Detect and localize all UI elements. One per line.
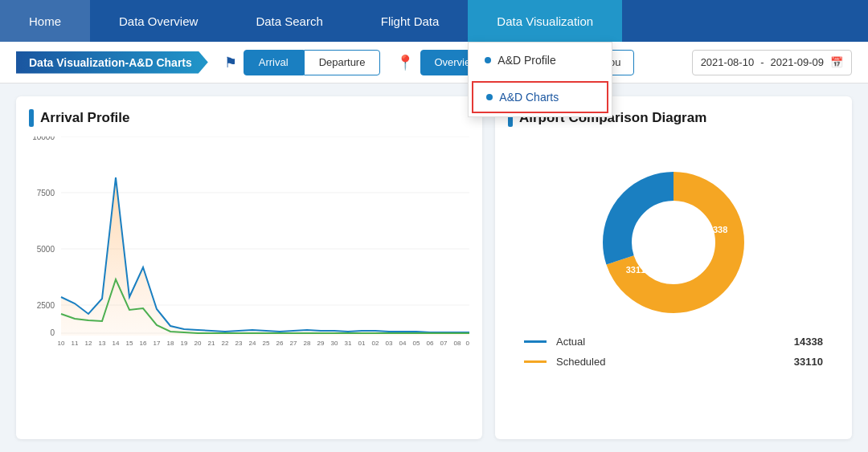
svg-text:29: 29 [317, 340, 325, 347]
svg-text:10000: 10000 [32, 136, 55, 141]
legend-actual-line [524, 340, 547, 343]
svg-text:5000: 5000 [37, 245, 55, 254]
svg-text:19: 19 [181, 340, 188, 347]
svg-text:11: 11 [72, 340, 79, 347]
svg-text:12: 12 [85, 340, 92, 347]
svg-text:21: 21 [208, 340, 215, 347]
donut-area: 14338 33110 Actual 14338 Scheduled 33110 [508, 136, 839, 393]
sub-header: Data Visualization-A&D Charts ⚑ Arrival … [0, 42, 868, 83]
legend-scheduled: Scheduled 33110 [524, 356, 823, 368]
svg-text:24: 24 [249, 340, 256, 347]
svg-text:30: 30 [331, 340, 338, 347]
dot-icon [485, 57, 491, 63]
type-tab-group: Arrival Departure [244, 50, 381, 75]
svg-text:7500: 7500 [37, 189, 55, 197]
dropdown-menu: A&D Profile A&D Charts [468, 42, 612, 117]
nav-flight-data-label: Flight Data [381, 14, 440, 28]
legend-actual-value: 14338 [794, 336, 823, 348]
svg-text:33110: 33110 [626, 265, 651, 275]
calendar-icon: 📅 [830, 56, 843, 68]
svg-text:25: 25 [263, 340, 270, 347]
legend-scheduled-line [524, 360, 547, 363]
nav-data-visualization[interactable]: Data Visualization A&D Profile A&D Chart… [468, 0, 622, 42]
legend-scheduled-label: Scheduled [556, 356, 784, 368]
main-content: Arrival Profile [0, 83, 868, 452]
svg-text:14338: 14338 [703, 225, 728, 234]
flag-icon: ⚑ [224, 54, 237, 71]
svg-text:20: 20 [194, 340, 202, 347]
svg-text:04: 04 [399, 340, 407, 347]
date-range[interactable]: 2021-08-10 - 2021-09-09 📅 [692, 50, 852, 75]
legend-scheduled-value: 33110 [794, 356, 823, 368]
svg-text:26: 26 [276, 340, 284, 347]
svg-text:09: 09 [466, 340, 469, 347]
dropdown-and-profile[interactable]: A&D Profile [469, 43, 612, 78]
svg-marker-10 [61, 177, 469, 336]
nav-data-search-label: Data Search [256, 14, 322, 28]
donut-chart-panel: Airport Comparison Diagram 14338 33110 [495, 96, 852, 439]
svg-text:27: 27 [290, 340, 297, 347]
svg-text:0: 0 [50, 328, 55, 337]
nav-flight-data[interactable]: Flight Data [352, 0, 469, 42]
dropdown-and-profile-label: A&D Profile [497, 54, 555, 67]
nav-data-overview-label: Data Overview [119, 14, 198, 28]
nav-home[interactable]: Home [0, 0, 90, 42]
date-end: 2021-09-09 [770, 56, 824, 68]
legend-actual: Actual 14338 [524, 336, 823, 348]
svg-text:13: 13 [99, 340, 106, 347]
nav-bar: Home Data Overview Data Search Flight Da… [0, 0, 868, 42]
donut-svg: 14338 33110 [593, 162, 754, 323]
svg-text:18: 18 [167, 340, 174, 347]
legend-actual-label: Actual [556, 336, 784, 348]
svg-text:15: 15 [126, 340, 133, 347]
svg-text:28: 28 [304, 340, 311, 347]
arrival-title-text: Arrival Profile [40, 110, 130, 126]
title-accent [29, 109, 34, 127]
svg-text:31: 31 [345, 340, 352, 347]
arrival-chart-panel: Arrival Profile [16, 96, 482, 439]
page-title: Data Visualization-A&D Charts [16, 51, 208, 74]
dropdown-and-charts-label: A&D Charts [499, 91, 559, 104]
svg-text:10: 10 [58, 340, 65, 347]
svg-text:14: 14 [113, 340, 120, 347]
svg-text:22: 22 [222, 340, 229, 347]
svg-text:17: 17 [154, 340, 161, 347]
svg-text:01: 01 [358, 340, 366, 347]
arrival-svg: 10000 7500 5000 2500 0 10 11 12 13 14 15… [29, 136, 469, 361]
svg-text:16: 16 [140, 340, 147, 347]
arrival-chart-title: Arrival Profile [29, 109, 469, 127]
svg-text:02: 02 [372, 340, 379, 347]
date-start: 2021-08-10 [701, 56, 755, 68]
svg-text:03: 03 [386, 340, 393, 347]
nav-data-overview[interactable]: Data Overview [90, 0, 227, 42]
svg-text:23: 23 [235, 340, 243, 347]
page-title-text: Data Visualization-A&D Charts [29, 56, 192, 69]
dropdown-and-charts[interactable]: A&D Charts [472, 81, 608, 113]
svg-text:07: 07 [440, 340, 448, 347]
nav-home-label: Home [29, 14, 61, 28]
nav-data-visualization-label: Data Visualization [497, 14, 593, 28]
tab-departure[interactable]: Departure [304, 50, 381, 75]
tab-arrival[interactable]: Arrival [244, 50, 304, 75]
svg-text:06: 06 [427, 340, 434, 347]
nav-data-search[interactable]: Data Search [227, 0, 351, 42]
svg-text:2500: 2500 [37, 301, 55, 310]
arrival-chart-area: 10000 7500 5000 2500 0 10 11 12 13 14 15… [29, 136, 469, 361]
dot-icon-2 [486, 94, 493, 100]
donut-svg-container: 14338 33110 [593, 162, 754, 323]
svg-text:05: 05 [413, 340, 420, 347]
location-icon: 📍 [396, 54, 414, 71]
svg-text:08: 08 [454, 340, 461, 347]
legend-area: Actual 14338 Scheduled 33110 [508, 336, 839, 368]
